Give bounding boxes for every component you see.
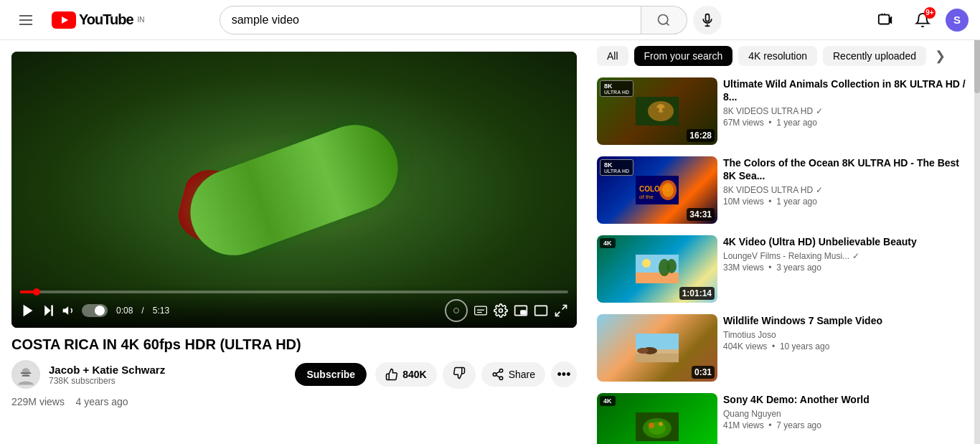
related-video-title: Wildlife Windows 7 Sample Video (723, 314, 971, 327)
theater-mode-button[interactable] (534, 303, 548, 318)
subscribe-button[interactable]: Subscribe (295, 363, 367, 386)
quality-text: 8K (604, 161, 629, 169)
subscriber-count: 738K subscribers (49, 376, 286, 386)
header-left: YouTube IN (11, 6, 145, 34)
related-video-item[interactable]: 4K Sony 4K Demo: Another World Quang Ngu… (594, 387, 974, 444)
header: YouTube IN (0, 0, 980, 40)
related-video-info: Wildlife Windows 7 Sample Video Timotius… (723, 314, 971, 382)
svg-point-29 (493, 373, 496, 377)
search-icon (656, 13, 671, 27)
snake-decoration (179, 113, 410, 267)
related-video-title: Sony 4K Demo: Another World (723, 393, 971, 406)
video-controls: 0:08 / 5:13 (11, 285, 577, 328)
video-title: COSTA RICA IN 4K 60fps HDR (ULTRA HD) (11, 336, 577, 353)
create-icon (877, 12, 893, 28)
share-icon (491, 368, 504, 381)
svg-point-36 (655, 108, 659, 112)
search-input[interactable] (232, 14, 629, 27)
current-time: 0:08 (116, 306, 133, 316)
verified-checkmark-icon: ✓ (816, 185, 823, 195)
svg-point-59 (659, 422, 663, 426)
related-video-item[interactable]: 0:31 Wildlife Windows 7 Sample Video Tim… (594, 308, 974, 387)
thumbs-down-icon (453, 367, 466, 379)
related-stats: 41M views • 7 years ago (723, 420, 971, 430)
dislike-button[interactable] (443, 361, 476, 389)
volume-toggle[interactable] (82, 304, 108, 317)
channel-name-text: 8K VIDEOS ULTRA HD (723, 106, 813, 116)
time-ago: 10 years ago (780, 341, 829, 351)
channel-name-text: LoungeV Films - Relaxing Musi... (723, 251, 849, 261)
progress-fill (20, 291, 37, 293)
related-video-item[interactable]: 16:28 8K ULTRA HD Ultimate Wild Animals … (594, 72, 974, 151)
related-video-info: 4K Video (Ultra HD) Unbelievable Beauty … (723, 235, 971, 303)
related-channel: Quang Nguyen (723, 409, 971, 419)
svg-line-22 (562, 306, 567, 310)
related-video-info: Ultimate Wild Animals Collection in 8K U… (723, 77, 971, 145)
thumbnail-container: 1:01:14 4K (597, 235, 717, 303)
controls-right (445, 299, 568, 322)
channel-avatar[interactable] (11, 360, 40, 389)
svg-rect-4 (705, 14, 709, 21)
time-ago: 3 years ago (776, 263, 821, 273)
search-area (220, 6, 722, 34)
related-video-item[interactable]: COLORS of the 34:31 8K ULTRA HD The Colo… (594, 151, 974, 230)
svg-point-47 (642, 259, 651, 268)
chip-all[interactable]: All (597, 46, 628, 66)
sidebar: All From your search 4K resolution Recen… (588, 40, 980, 444)
next-button[interactable] (42, 303, 56, 318)
duration-badge: 0:31 (692, 366, 715, 379)
like-button[interactable]: 840K (375, 362, 436, 387)
svg-point-2 (659, 14, 668, 24)
play-icon (20, 303, 36, 318)
hamburger-menu-button[interactable] (11, 6, 40, 34)
search-box (220, 6, 641, 34)
miniplayer-icon (514, 303, 528, 318)
search-button[interactable] (641, 6, 687, 34)
gear-icon (494, 303, 508, 318)
subtitles-button[interactable] (473, 303, 488, 318)
svg-line-31 (496, 375, 499, 377)
scrollbar[interactable] (974, 0, 980, 444)
related-video-item[interactable]: 1:01:14 4K 4K Video (Ultra HD) Unbelieva… (594, 230, 974, 308)
thumbnail-container: 16:28 8K ULTRA HD (597, 77, 717, 145)
chip-recently-uploaded[interactable]: Recently uploaded (823, 46, 926, 66)
thumbnail-visual: COLORS of the (636, 176, 679, 204)
share-button[interactable]: Share (481, 362, 545, 387)
thumbnail-visual (636, 412, 679, 441)
youtube-logo-icon (52, 11, 76, 29)
mute-button[interactable] (62, 303, 76, 318)
total-time: 5:13 (153, 306, 169, 316)
duration-badge: 1:01:14 (679, 287, 715, 300)
progress-bar[interactable] (20, 291, 568, 293)
like-count: 840K (402, 369, 426, 380)
chip-from-search[interactable]: From your search (634, 46, 733, 66)
duration-badge: 16:28 (687, 129, 715, 142)
target-inner (453, 308, 459, 313)
view-count: 10M views (723, 197, 764, 207)
mic-button[interactable] (693, 6, 722, 34)
more-options-button[interactable]: ••• (551, 362, 577, 387)
youtube-logo[interactable]: YouTube IN (52, 11, 145, 29)
create-video-button[interactable] (871, 6, 900, 34)
settings-button[interactable] (494, 303, 508, 318)
related-stats: 67M views • 1 year ago (723, 118, 971, 128)
video-player[interactable]: 0:08 / 5:13 (11, 52, 577, 328)
svg-marker-12 (44, 306, 50, 316)
progress-dot (33, 288, 40, 296)
chip-4k-resolution[interactable]: 4K resolution (738, 46, 817, 66)
quality-badge: 4K (600, 396, 616, 406)
logo-text: YouTube (79, 11, 133, 28)
svg-rect-7 (879, 14, 890, 24)
upload-time: 4 years ago (75, 396, 128, 407)
volume-icon (62, 303, 76, 318)
fullscreen-button[interactable] (554, 303, 568, 318)
channel-name[interactable]: Jacob + Katie Schwarz (49, 364, 286, 376)
miniplayer-button[interactable] (514, 303, 528, 318)
user-avatar[interactable]: S (946, 9, 969, 32)
filter-chevron-right[interactable]: ❯ (935, 48, 946, 64)
svg-rect-13 (51, 306, 53, 316)
play-button[interactable] (20, 303, 36, 318)
thumbnail-visual (636, 334, 679, 362)
thumbnail-visual (636, 255, 679, 283)
thumbnail-container: COLORS of the 34:31 8K ULTRA HD (597, 156, 717, 224)
